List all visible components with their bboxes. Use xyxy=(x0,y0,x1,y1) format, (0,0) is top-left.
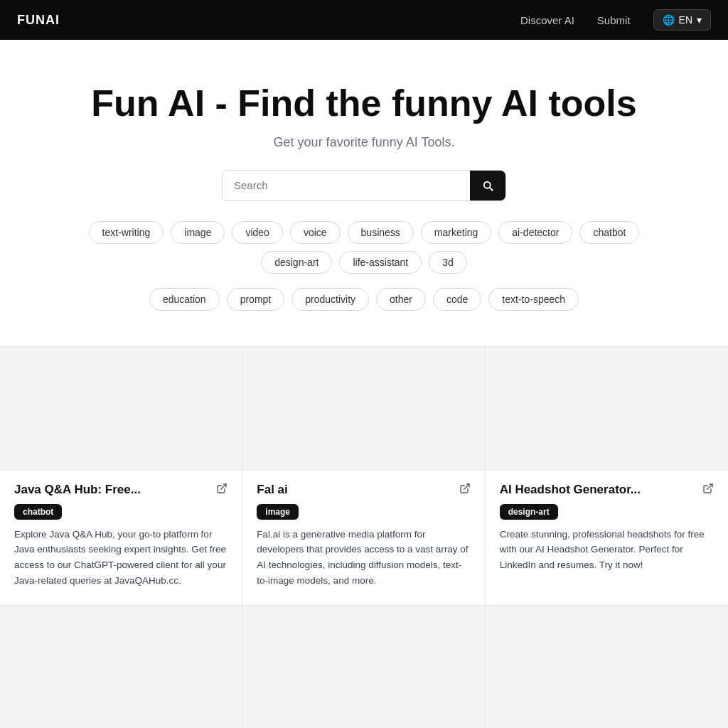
card-1: Fal aiimageFal.ai is a generative media … xyxy=(242,347,485,606)
tag-education[interactable]: education xyxy=(149,288,220,311)
card-image-2 xyxy=(486,347,728,471)
tag-video[interactable]: video xyxy=(232,221,282,244)
card-title-1: Fal ai xyxy=(257,483,287,497)
nav-submit[interactable]: Submit xyxy=(597,14,631,26)
hero-title: Fun AI - Find the funny AI tools xyxy=(14,82,714,125)
tag-chatbot[interactable]: chatbot xyxy=(579,221,639,244)
hero-section: Fun AI - Find the funny AI tools Get you… xyxy=(0,40,728,346)
tag-text-writing[interactable]: text-writing xyxy=(89,221,164,244)
tag-prompt[interactable]: prompt xyxy=(227,288,285,311)
tag-productivity[interactable]: productivity xyxy=(291,288,369,311)
language-selector[interactable]: 🌐 EN ▾ xyxy=(653,9,711,31)
cards-grid: Java Q&A Hub: Free...chatbotExplore Java… xyxy=(0,346,728,728)
search-box xyxy=(222,170,506,201)
tag-life-assistant[interactable]: life-assistant xyxy=(339,251,422,274)
tag-marketing[interactable]: marketing xyxy=(421,221,491,244)
card-badge-1: image xyxy=(257,504,299,520)
svg-line-2 xyxy=(707,484,712,489)
card-5 xyxy=(486,606,728,728)
tag-business[interactable]: business xyxy=(348,221,414,244)
search-input[interactable] xyxy=(223,171,470,200)
tags-row-1: text-writingimagevideovoicebusinessmarke… xyxy=(14,221,714,288)
svg-line-0 xyxy=(221,484,226,489)
tag-text-to-speech[interactable]: text-to-speech xyxy=(488,288,579,311)
nav-discover-ai[interactable]: Discover AI xyxy=(520,14,574,26)
lang-code: EN xyxy=(679,14,692,26)
external-link-icon-2[interactable] xyxy=(702,483,714,497)
card-0: Java Q&A Hub: Free...chatbotExplore Java… xyxy=(0,347,242,606)
card-title-0: Java Q&A Hub: Free... xyxy=(14,483,141,497)
site-logo[interactable]: FUNAI xyxy=(17,13,60,28)
tag-ai-detector[interactable]: ai-detector xyxy=(498,221,572,244)
external-link-icon-0[interactable] xyxy=(216,483,228,497)
card-image-3 xyxy=(0,606,242,728)
globe-icon: 🌐 xyxy=(663,14,675,26)
search-icon xyxy=(481,179,494,192)
tag-image[interactable]: image xyxy=(171,221,225,244)
search-wrapper xyxy=(14,170,714,201)
card-desc-2: Create stunning, professional headshots … xyxy=(500,527,714,573)
hero-subtitle: Get your favorite funny AI Tools. xyxy=(14,135,714,150)
tag-other[interactable]: other xyxy=(376,288,426,311)
card-image-0 xyxy=(0,347,242,471)
chevron-down-icon: ▾ xyxy=(697,14,702,26)
nav-links: Discover AI Submit 🌐 EN ▾ xyxy=(520,9,711,31)
card-desc-0: Explore Java Q&A Hub, your go-to platfor… xyxy=(14,527,228,588)
card-badge-2: design-art xyxy=(500,504,558,520)
tag-voice[interactable]: voice xyxy=(290,221,341,244)
external-link-icon-1[interactable] xyxy=(459,483,471,497)
tag-design-art[interactable]: design-art xyxy=(261,251,332,274)
card-image-4 xyxy=(242,606,484,728)
card-3 xyxy=(0,606,242,728)
svg-line-1 xyxy=(464,484,469,489)
card-image-1 xyxy=(242,347,484,471)
card-badge-0: chatbot xyxy=(14,504,62,520)
tag-3d[interactable]: 3d xyxy=(429,251,467,274)
card-desc-1: Fal.ai is a generative media platform fo… xyxy=(257,527,470,588)
card-4 xyxy=(242,606,485,728)
tag-code[interactable]: code xyxy=(433,288,481,311)
card-2: AI Headshot Generator...design-artCreate… xyxy=(486,347,728,606)
card-image-5 xyxy=(486,606,728,728)
search-button[interactable] xyxy=(470,171,505,200)
tags-row-2: educationpromptproductivityothercodetext… xyxy=(14,288,714,325)
card-title-2: AI Headshot Generator... xyxy=(500,483,641,497)
